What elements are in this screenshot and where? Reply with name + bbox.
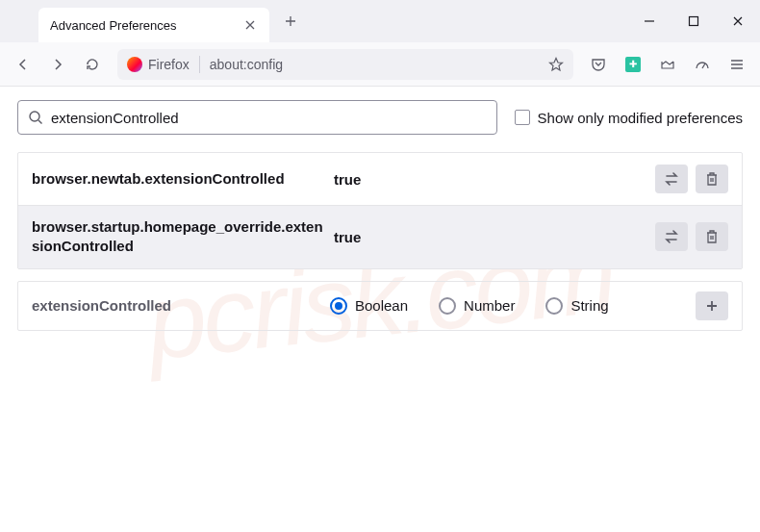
- minimize-button[interactable]: [627, 0, 671, 42]
- pref-actions: [655, 222, 728, 251]
- new-pref-row: extensionControlled Boolean Number Strin…: [17, 281, 743, 331]
- menu-button[interactable]: [722, 49, 752, 80]
- speed-icon[interactable]: [687, 49, 718, 80]
- pref-value: true: [330, 229, 655, 245]
- titlebar: Advanced Preferences: [0, 0, 760, 42]
- separator: [199, 56, 200, 73]
- radio-boolean[interactable]: Boolean: [330, 297, 408, 315]
- search-box[interactable]: [17, 100, 497, 135]
- toolbar: Firefox about:config ✚: [0, 42, 760, 87]
- pref-row: browser.newtab.extensionControlled true: [18, 153, 742, 205]
- delete-button[interactable]: [696, 165, 728, 193]
- content-area: Show only modified preferences browser.n…: [0, 87, 760, 344]
- type-radio-group: Boolean Number String: [330, 297, 696, 315]
- radio-icon: [439, 297, 456, 315]
- bookmark-star-icon[interactable]: [548, 57, 564, 72]
- site-identity[interactable]: Firefox: [127, 57, 190, 72]
- url-bar[interactable]: Firefox about:config: [117, 49, 573, 80]
- maximize-button[interactable]: [671, 0, 716, 42]
- new-pref-name: extensionControlled: [32, 297, 330, 314]
- search-icon: [28, 110, 43, 125]
- forward-button[interactable]: [42, 49, 73, 80]
- svg-point-1: [30, 112, 39, 121]
- filter-checkbox-wrap[interactable]: Show only modified preferences: [515, 110, 743, 126]
- radio-label: String: [570, 297, 608, 314]
- checkbox-icon[interactable]: [515, 110, 530, 125]
- radio-label: Boolean: [355, 297, 408, 314]
- pref-value: true: [330, 171, 655, 188]
- pocket-icon[interactable]: [583, 49, 614, 80]
- pref-name: browser.newtab.extensionControlled: [32, 169, 330, 189]
- window-controls: [627, 0, 760, 42]
- preferences-table: browser.newtab.extensionControlled true …: [17, 152, 743, 269]
- radio-icon: [545, 297, 563, 315]
- browser-tab[interactable]: Advanced Preferences: [38, 8, 269, 42]
- new-tab-button[interactable]: [277, 8, 304, 35]
- identity-label: Firefox: [148, 57, 190, 72]
- pref-actions: [655, 165, 728, 193]
- radio-icon: [330, 297, 347, 315]
- firefox-icon: [127, 57, 142, 72]
- reload-button[interactable]: [77, 49, 108, 80]
- search-row: Show only modified preferences: [17, 100, 743, 135]
- pref-name: browser.startup.homepage_override.extens…: [32, 217, 330, 257]
- svg-rect-0: [690, 17, 698, 26]
- search-input[interactable]: [51, 110, 487, 126]
- close-tab-icon[interactable]: [242, 17, 258, 33]
- back-button[interactable]: [8, 49, 38, 80]
- extension-icon[interactable]: ✚: [618, 49, 648, 80]
- close-button[interactable]: [716, 0, 760, 42]
- radio-number[interactable]: Number: [439, 297, 515, 315]
- add-button[interactable]: [696, 291, 728, 320]
- tab-title: Advanced Preferences: [50, 18, 177, 33]
- toggle-button[interactable]: [655, 222, 688, 251]
- checkbox-label: Show only modified preferences: [538, 110, 743, 126]
- mailbox-icon[interactable]: [652, 49, 683, 80]
- url-text: about:config: [210, 57, 543, 72]
- toggle-button[interactable]: [655, 165, 688, 193]
- radio-string[interactable]: String: [545, 297, 608, 315]
- radio-label: Number: [464, 297, 515, 314]
- pref-row: browser.startup.homepage_override.extens…: [18, 205, 742, 268]
- delete-button[interactable]: [696, 222, 728, 251]
